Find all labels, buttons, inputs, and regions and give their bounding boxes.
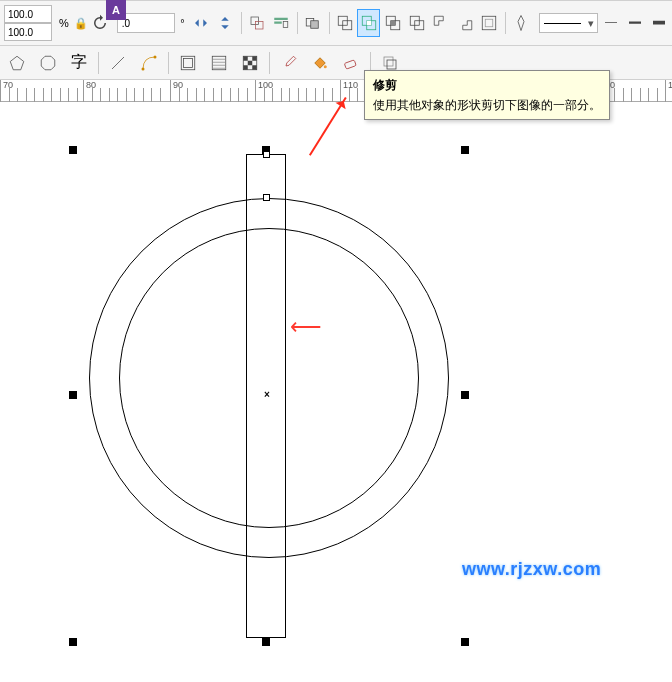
node-handle[interactable]	[263, 151, 270, 158]
thick-button[interactable]	[647, 9, 670, 37]
selection-handle[interactable]	[69, 391, 77, 399]
trim-tooltip: 修剪 使用其他对象的形状剪切下图像的一部分。	[364, 70, 610, 120]
pen-button[interactable]	[509, 9, 532, 37]
trim-button[interactable]	[357, 9, 380, 37]
shape-center-marker: ×	[264, 389, 270, 400]
svg-rect-31	[243, 56, 248, 61]
outline-width-combo[interactable]: ▾	[539, 13, 598, 33]
boundary-button[interactable]	[478, 9, 501, 37]
svg-rect-6	[311, 21, 319, 29]
grid-fill-tool[interactable]	[173, 48, 203, 78]
svg-rect-39	[387, 60, 396, 69]
svg-rect-34	[243, 65, 248, 70]
text-tool[interactable]: 字	[64, 48, 94, 78]
svg-rect-28	[184, 58, 193, 67]
svg-point-36	[324, 65, 327, 68]
selection-handle[interactable]	[262, 638, 270, 646]
selection-handle[interactable]	[69, 638, 77, 646]
svg-rect-11	[367, 21, 372, 26]
separator	[297, 12, 298, 34]
separator	[329, 12, 330, 34]
svg-marker-23	[41, 56, 55, 70]
octagon-tool[interactable]	[33, 48, 63, 78]
svg-rect-38	[384, 57, 393, 66]
svg-rect-32	[252, 56, 257, 61]
back-minus-front-button[interactable]	[453, 9, 476, 37]
med-button[interactable]	[623, 9, 646, 37]
svg-rect-33	[248, 60, 253, 65]
svg-rect-19	[605, 22, 617, 23]
svg-rect-17	[482, 16, 496, 30]
svg-point-25	[142, 67, 145, 70]
canvas[interactable]: × ⟵ www.rjzxw.com	[0, 102, 672, 682]
intersect-button[interactable]	[381, 9, 404, 37]
curve-tool[interactable]	[134, 48, 164, 78]
mirror-h-button[interactable]	[190, 9, 213, 37]
svg-rect-2	[274, 18, 288, 20]
svg-rect-37	[344, 59, 356, 68]
toolbar-row-1: 100.0 100.0 % 🔒 A .0 ° ▾	[0, 0, 672, 46]
eraser-tool[interactable]	[336, 48, 366, 78]
svg-rect-18	[485, 19, 493, 27]
separator	[269, 52, 270, 74]
svg-line-24	[112, 57, 124, 69]
separator	[98, 52, 99, 74]
wrap-button[interactable]	[270, 9, 293, 37]
svg-rect-35	[252, 65, 257, 70]
watermark-text: www.rjzxw.com	[462, 559, 601, 580]
svg-rect-20	[629, 22, 641, 24]
chevron-down-icon: ▾	[585, 17, 597, 30]
scale-y-input[interactable]: 100.0	[4, 23, 52, 41]
checker-fill-tool[interactable]	[235, 48, 265, 78]
ruler-tick: 150	[665, 80, 672, 102]
svg-rect-0	[251, 17, 259, 25]
combine-button[interactable]	[333, 9, 356, 37]
mirror-v-button[interactable]	[214, 9, 237, 37]
separator	[241, 12, 242, 34]
selection-handle[interactable]	[461, 146, 469, 154]
svg-rect-21	[653, 21, 665, 25]
percent-label: %	[55, 17, 73, 29]
simplify-button[interactable]	[405, 9, 428, 37]
bucket-tool[interactable]	[305, 48, 335, 78]
lock-icon[interactable]: 🔒	[74, 17, 88, 30]
eyedrop-tool[interactable]	[274, 48, 304, 78]
thin-button[interactable]	[599, 9, 622, 37]
selection-handle[interactable]	[461, 638, 469, 646]
pentagon-tool[interactable]	[2, 48, 32, 78]
tooltip-title: 修剪	[373, 76, 601, 94]
front-minus-back-button[interactable]	[429, 9, 452, 37]
svg-rect-1	[256, 22, 264, 30]
svg-rect-3	[274, 22, 282, 24]
weld-button[interactable]	[301, 9, 324, 37]
svg-marker-22	[10, 56, 24, 70]
selection-handle[interactable]	[69, 146, 77, 154]
scale-x-input[interactable]: 100.0	[4, 5, 52, 23]
line-tool[interactable]	[103, 48, 133, 78]
degree-label: °	[176, 17, 188, 29]
fn-badge: A	[106, 0, 126, 20]
annotation-line	[309, 97, 347, 156]
separator	[505, 12, 506, 34]
svg-rect-4	[283, 22, 288, 28]
align-button[interactable]	[246, 9, 269, 37]
annotation-arrow-icon: ⟵	[290, 314, 322, 340]
svg-rect-29	[212, 56, 226, 70]
separator	[168, 52, 169, 74]
node-handle[interactable]	[263, 194, 270, 201]
selection-handle[interactable]	[461, 391, 469, 399]
scale-fields: 100.0 100.0	[4, 5, 52, 41]
tooltip-body: 使用其他对象的形状剪切下图像的一部分。	[373, 96, 601, 114]
pattern-fill-tool[interactable]	[204, 48, 234, 78]
svg-point-26	[154, 55, 157, 58]
svg-rect-14	[391, 21, 396, 26]
